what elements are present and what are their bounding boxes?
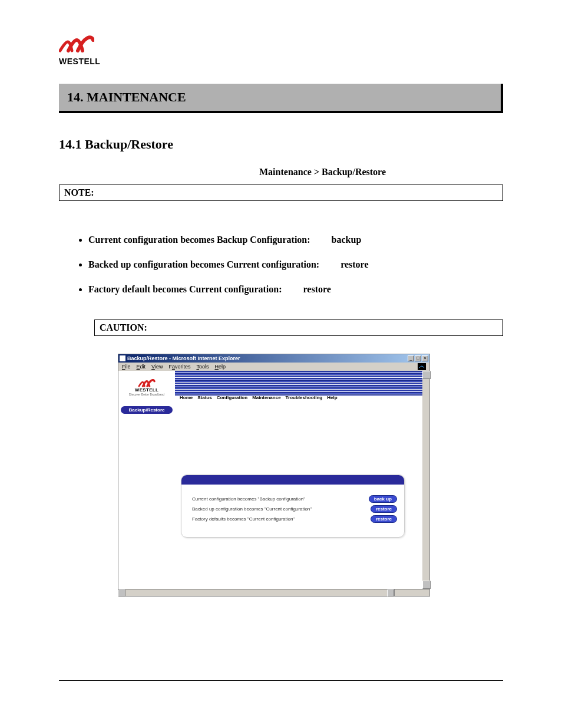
web-logo: WESTELL Discover Better Broadband: [118, 371, 175, 404]
brand-name: WESTELL: [59, 57, 503, 66]
close-button[interactable]: ×: [422, 355, 428, 361]
config-row: Factory defaults becomes "Current config…: [192, 515, 397, 523]
web-nav: Home Status Configuration Maintenance Tr…: [175, 371, 422, 404]
menu-edit[interactable]: Edit: [137, 364, 146, 370]
menu-view[interactable]: View: [151, 364, 163, 370]
scroll-left-button[interactable]: [118, 589, 125, 597]
westell-swoosh-icon: [138, 379, 156, 387]
web-brand: WESTELL: [135, 387, 158, 393]
minimize-button[interactable]: _: [408, 355, 414, 361]
note-box: NOTE:: [59, 185, 503, 201]
vertical-scrollbar[interactable]: [422, 371, 429, 589]
ie-window-title: Backup/Restore - Microsoft Internet Expl…: [127, 355, 240, 361]
nav-home[interactable]: Home: [180, 395, 193, 401]
nav-status[interactable]: Status: [197, 395, 211, 401]
bullet-action: restore: [340, 259, 368, 270]
breadcrumb: Maintenance > Backup/Restore: [259, 167, 503, 177]
restore-button[interactable]: restore: [371, 505, 397, 513]
horizontal-scrollbar[interactable]: [118, 589, 429, 596]
screenshot-ie-window: Backup/Restore - Microsoft Internet Expl…: [118, 354, 430, 597]
bullet-text: Factory default becomes Current configur…: [88, 284, 282, 294]
menu-favorites[interactable]: Favorites: [168, 364, 190, 370]
list-item: Current configuration becomes Backup Con…: [88, 228, 503, 252]
maximize-button[interactable]: □: [415, 355, 421, 361]
list-item: Factory default becomes Current configur…: [88, 277, 503, 302]
list-item: Backed up configuration becomes Current …: [88, 252, 503, 277]
bullet-text: Backed up configuration becomes Current …: [88, 259, 319, 269]
config-row-text: Factory defaults becomes "Current config…: [192, 516, 295, 522]
ie-app-icon: [120, 355, 125, 361]
restore-defaults-button[interactable]: restore: [371, 515, 397, 523]
menu-tools[interactable]: Tools: [196, 364, 209, 370]
web-main: Current configuration becomes "Backup co…: [175, 404, 422, 589]
nav-help[interactable]: Help: [327, 395, 337, 401]
card-header: [181, 475, 404, 485]
page-logo: WESTELL: [59, 35, 503, 66]
web-tagline: Discover Better Broadband: [129, 393, 164, 396]
westell-swoosh-icon: [59, 35, 94, 53]
resize-grip[interactable]: [394, 589, 429, 596]
nav-maintenance[interactable]: Maintenance: [252, 395, 280, 401]
ie-viewport: WESTELL Discover Better Broadband Home S…: [118, 371, 422, 589]
bullet-action: backup: [332, 235, 362, 245]
backup-button[interactable]: back up: [369, 495, 397, 503]
config-card: Current configuration becomes "Backup co…: [181, 475, 405, 538]
section-heading: 14. MAINTENANCE: [59, 84, 503, 113]
ie-menubar: File Edit View Favorites Tools Help: [118, 363, 429, 371]
bullet-list: Current configuration becomes Backup Con…: [88, 228, 503, 302]
web-header: WESTELL Discover Better Broadband Home S…: [118, 371, 422, 404]
caution-box: CAUTION:: [94, 319, 503, 336]
config-row-text: Backed up configuration becomes "Current…: [192, 506, 312, 512]
scroll-track[interactable]: [125, 589, 387, 596]
nav-configuration[interactable]: Configuration: [217, 395, 247, 401]
scroll-right-button[interactable]: [387, 589, 394, 597]
web-sidebar: Backup/Restore: [118, 404, 175, 589]
config-row: Current configuration becomes "Backup co…: [192, 495, 397, 503]
footer-rule: [59, 680, 503, 681]
config-row-text: Current configuration becomes "Backup co…: [192, 496, 305, 502]
sidebar-item-backup-restore[interactable]: Backup/Restore: [121, 406, 173, 414]
bullet-action: restore: [303, 284, 331, 295]
ie-titlebar: Backup/Restore - Microsoft Internet Expl…: [118, 354, 429, 363]
config-row: Backed up configuration becomes "Current…: [192, 505, 397, 513]
ie-throbber-icon: [418, 363, 426, 370]
subsection-heading: 14.1 Backup/Restore: [59, 137, 503, 152]
svg-rect-0: [419, 364, 425, 370]
nav-troubleshooting[interactable]: Troubleshooting: [286, 395, 323, 401]
menu-file[interactable]: File: [122, 364, 131, 370]
menu-help[interactable]: Help: [214, 364, 226, 370]
bullet-text: Current configuration becomes Backup Con…: [88, 235, 310, 245]
